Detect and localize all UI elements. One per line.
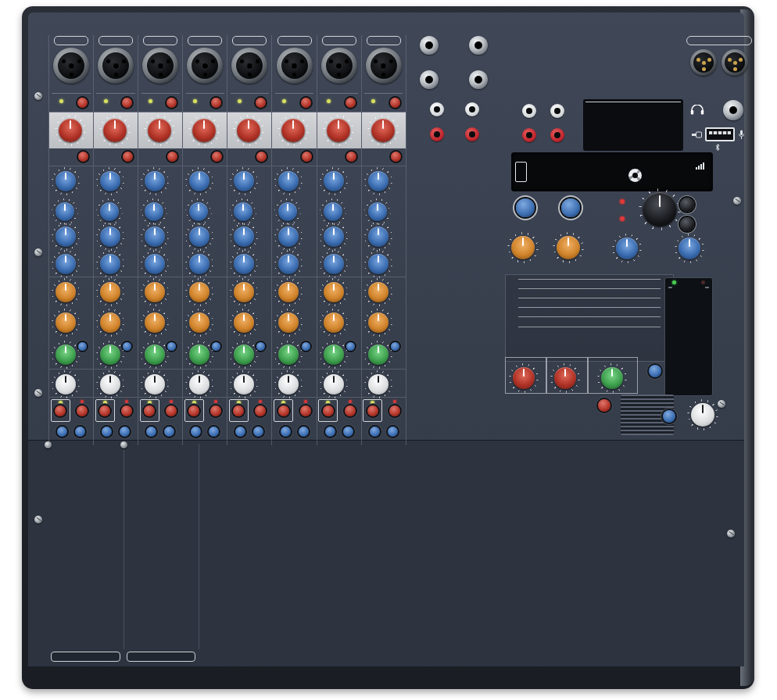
eq-high-knob[interactable] <box>189 171 209 191</box>
mid-freq-knob[interactable] <box>189 202 208 221</box>
pre-button[interactable] <box>346 342 355 351</box>
aux1-knob[interactable] <box>324 282 344 302</box>
solo-button[interactable] <box>210 405 221 416</box>
mute-button[interactable] <box>188 405 199 416</box>
aux1-knob[interactable] <box>145 282 165 302</box>
sub-button[interactable] <box>209 427 219 437</box>
fx-knob[interactable] <box>189 345 209 365</box>
low-knob[interactable] <box>56 254 76 274</box>
line-jack-left[interactable] <box>420 36 439 55</box>
aux2-knob[interactable] <box>145 312 165 333</box>
pre-button[interactable] <box>167 342 176 351</box>
rec-button[interactable] <box>680 217 694 231</box>
lowcut-button[interactable] <box>346 152 356 162</box>
pan-knob[interactable] <box>56 374 76 395</box>
phones-ctrl-room-knob[interactable] <box>691 403 714 427</box>
pan-knob[interactable] <box>145 374 165 395</box>
xlr-combo-input-jack[interactable] <box>231 48 267 84</box>
line-jack-right[interactable] <box>469 70 488 89</box>
aux1-knob[interactable] <box>278 282 299 302</box>
sub-button[interactable] <box>299 427 309 437</box>
pan-knob[interactable] <box>234 374 254 395</box>
mid-freq-knob[interactable] <box>324 202 342 221</box>
eq-high-knob[interactable] <box>100 171 120 191</box>
line-jack-left[interactable] <box>469 36 488 55</box>
low-knob[interactable] <box>100 254 120 274</box>
phantom-button[interactable] <box>301 98 311 108</box>
aux1-knob[interactable] <box>368 282 388 302</box>
pre-button[interactable] <box>302 342 310 351</box>
mid-knob[interactable] <box>189 227 209 247</box>
returns-knob[interactable] <box>601 367 623 389</box>
sub-button[interactable] <box>120 427 130 437</box>
fx-knob[interactable] <box>368 345 388 365</box>
phantom-button[interactable] <box>211 98 221 108</box>
gain-knob[interactable] <box>103 119 127 142</box>
xlr-combo-input-jack[interactable] <box>321 48 357 84</box>
rca-jack-left[interactable] <box>430 102 444 116</box>
eq-high-knob[interactable] <box>56 171 76 191</box>
gain-knob[interactable] <box>237 119 260 142</box>
mid-knob[interactable] <box>100 227 120 247</box>
solo-button[interactable] <box>389 405 400 416</box>
gain-knob[interactable] <box>371 119 395 142</box>
phantom-button[interactable] <box>346 98 356 108</box>
mix-button[interactable] <box>325 427 335 437</box>
lowcut-button[interactable] <box>391 152 401 162</box>
program-knob[interactable] <box>643 192 677 227</box>
aux2-send-knob[interactable] <box>554 367 576 389</box>
phantom-button[interactable] <box>390 98 400 108</box>
fx-knob[interactable] <box>100 345 120 365</box>
phantom-button[interactable] <box>166 98 177 108</box>
aux2-knob[interactable] <box>56 312 76 333</box>
rca-jack-left[interactable] <box>465 102 479 116</box>
mix-button[interactable] <box>191 427 201 437</box>
mix-button[interactable] <box>281 427 291 437</box>
pre-button[interactable] <box>256 342 265 351</box>
pre-button[interactable] <box>78 342 87 351</box>
mid-freq-knob[interactable] <box>100 202 119 221</box>
solo-button[interactable] <box>345 405 356 416</box>
aux1-knob[interactable] <box>189 282 209 302</box>
mid-freq-knob[interactable] <box>145 202 163 221</box>
lowcut-button[interactable] <box>302 152 312 162</box>
mute-button[interactable] <box>233 405 244 416</box>
mid-freq-knob[interactable] <box>368 202 387 221</box>
eq-bypass-button[interactable] <box>649 365 661 377</box>
fx-send-knob[interactable] <box>511 236 535 259</box>
mute-button[interactable] <box>278 405 289 416</box>
aux2-knob[interactable] <box>324 312 344 333</box>
lowcut-button[interactable] <box>78 152 88 162</box>
eq-high-knob[interactable] <box>234 171 254 191</box>
fx-knob[interactable] <box>234 345 254 365</box>
mute-button[interactable] <box>144 405 155 416</box>
rca-jack-right[interactable] <box>430 127 444 141</box>
sub-button[interactable] <box>388 427 398 437</box>
mid-knob[interactable] <box>278 227 299 247</box>
aux1-knob[interactable] <box>100 282 120 302</box>
solo-button[interactable] <box>255 405 266 416</box>
line-jack-right[interactable] <box>420 70 439 89</box>
gain-knob[interactable] <box>59 119 82 142</box>
sub-to-mix-button[interactable] <box>598 399 610 412</box>
solo-button[interactable] <box>77 405 88 416</box>
mix-button[interactable] <box>370 427 380 437</box>
eq-high-knob[interactable] <box>368 171 388 191</box>
mid-freq-knob[interactable] <box>234 202 252 221</box>
sub-button[interactable] <box>343 427 353 437</box>
sub-button[interactable] <box>75 427 85 437</box>
aux2-knob[interactable] <box>368 312 388 333</box>
main-output-xlr-right[interactable] <box>722 49 748 76</box>
aux1-send-knob[interactable] <box>513 367 535 389</box>
mix-button[interactable] <box>102 427 112 437</box>
xlr-combo-input-jack[interactable] <box>98 48 134 84</box>
pan-knob[interactable] <box>324 374 344 395</box>
pan-knob[interactable] <box>189 374 209 395</box>
pan-knob[interactable] <box>368 374 388 395</box>
aux1-knob[interactable] <box>234 282 254 302</box>
repeat-knob[interactable] <box>557 236 580 259</box>
low-knob[interactable] <box>145 254 165 274</box>
mode-button[interactable] <box>680 198 694 212</box>
cdtape-output-left[interactable] <box>550 104 564 118</box>
sub-button[interactable] <box>164 427 174 437</box>
